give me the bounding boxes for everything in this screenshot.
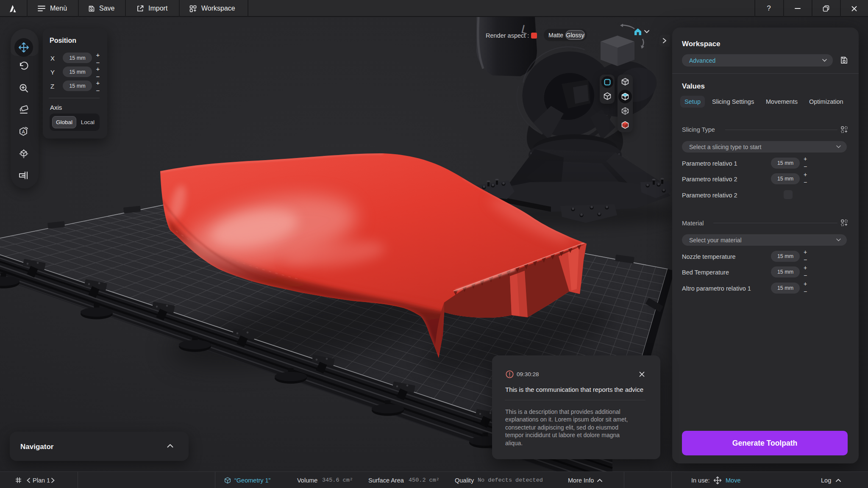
svg-text:A: A: [22, 129, 25, 134]
